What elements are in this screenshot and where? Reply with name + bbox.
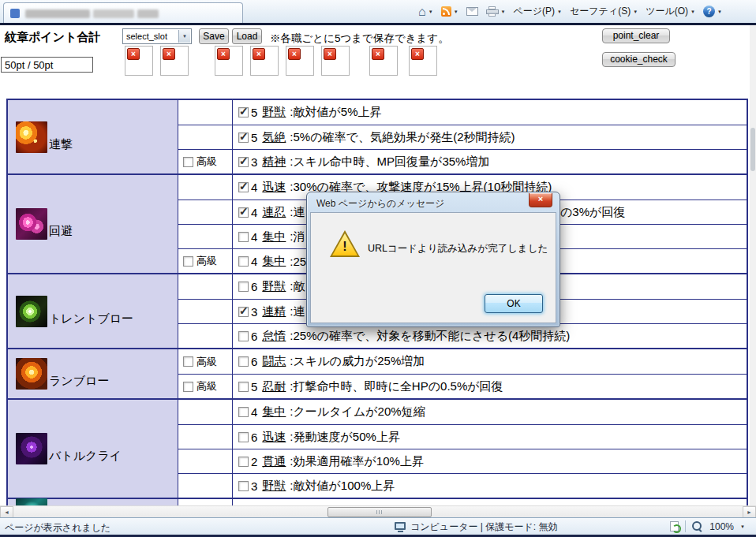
effect-checkbox[interactable]: ✓	[238, 207, 249, 218]
effect-checkbox[interactable]: ✓	[238, 256, 249, 267]
page-refresh-icon[interactable]	[670, 521, 679, 531]
effect-name-link[interactable]: 連忍	[262, 205, 286, 220]
delete-slot-4-button[interactable]: ×	[253, 48, 265, 60]
rss-icon	[441, 6, 451, 17]
effect-name-link[interactable]: 迅速	[262, 430, 286, 445]
effect-checkbox[interactable]: ✓	[238, 157, 249, 167]
effect-checkbox[interactable]: ✓	[238, 232, 249, 242]
effect-cell: ✓ 6 闘志 :スキルの威力が25%増加	[233, 349, 747, 374]
save-note: ※各職ごとに5つまで保存できます。	[270, 32, 449, 46]
skill-icon	[16, 433, 47, 464]
tools-menu[interactable]: ツール(O) ▼	[646, 5, 695, 18]
print-button[interactable]: ▼	[486, 6, 506, 17]
effect-checkbox[interactable]: ✓	[238, 107, 249, 117]
page-menu[interactable]: ページ(P) ▼	[514, 5, 563, 18]
effect-checkbox[interactable]: ✓	[238, 382, 249, 392]
effect-checkbox[interactable]: ✓	[238, 457, 249, 467]
premium-cell	[178, 324, 233, 348]
effect-desc: :25%の確率で、対象を移動不能にさせる(4秒間持続)	[290, 329, 570, 344]
effect-level: 4	[251, 181, 257, 194]
premium-cell: ✓ 高級	[178, 375, 233, 398]
effect-name-link[interactable]: 迅速	[262, 180, 286, 195]
scroll-left-button[interactable]: ◄	[0, 506, 13, 518]
skill-row-run-blow: ランブロー ✓ 高級 ✓ 6 闘志 :スキルの威力が25%増加	[8, 348, 747, 398]
effect-name-link[interactable]: 集中	[262, 254, 286, 269]
scroll-right-button[interactable]: ►	[743, 506, 756, 518]
effect-name-link[interactable]: 集中	[262, 405, 286, 420]
premium-cell	[178, 200, 233, 224]
load-button[interactable]: Load	[232, 28, 262, 44]
effect-checkbox[interactable]: ✓	[238, 407, 249, 417]
slot-select-value: select_slot	[126, 32, 167, 41]
home-button[interactable]: ⌂ ▼	[418, 6, 433, 18]
vertical-scrollbar[interactable]	[750, 25, 756, 505]
chevron-down-icon[interactable]: ▼	[740, 524, 745, 529]
premium-checkbox[interactable]: ✓	[183, 382, 193, 392]
rss-button[interactable]: ▼	[441, 6, 458, 17]
vertical-scrollbar-thumb[interactable]	[750, 128, 755, 171]
check-icon: ✓	[239, 205, 249, 218]
effect-level: 4	[251, 206, 257, 219]
effect-desc: :敵対値が5%上昇	[290, 105, 381, 120]
slot-select[interactable]: select_slot ▼	[122, 28, 192, 44]
skill-icon	[16, 208, 47, 240]
effect-row: ✓ 高級 ✓ 6 闘志 :スキルの威力が25%増加	[178, 349, 747, 374]
premium-cell	[178, 175, 233, 200]
effect-name-link[interactable]: 集中	[262, 229, 286, 244]
help-menu[interactable]: ? ▼	[703, 6, 722, 17]
point-clear-button[interactable]: point_clear	[602, 28, 670, 43]
dialog-close-button[interactable]: ×	[529, 193, 552, 207]
effect-checkbox[interactable]: ✓	[238, 356, 249, 367]
skill-name-cell: 回避	[8, 175, 178, 273]
effect-name-link[interactable]: 貫通	[262, 454, 286, 469]
effect-checkbox[interactable]: ✓	[238, 307, 249, 317]
premium-checkbox[interactable]: ✓	[183, 157, 193, 167]
save-slot-7: ×	[369, 46, 398, 76]
effect-name-link[interactable]: 野獣	[262, 105, 286, 120]
delete-slot-2-button[interactable]: ×	[163, 48, 175, 60]
effect-checkbox[interactable]: ✓	[238, 282, 249, 292]
read-mail-button[interactable]	[466, 7, 478, 16]
save-slot-6: ×	[321, 46, 350, 76]
page-title: 紋章ポイント合計	[5, 30, 100, 45]
skill-icon	[16, 296, 47, 327]
effect-checkbox[interactable]: ✓	[238, 182, 249, 192]
effect-checkbox[interactable]: ✓	[238, 132, 249, 143]
delete-slot-1-button[interactable]: ×	[127, 48, 140, 60]
horizontal-scrollbar[interactable]: ◄ ►	[0, 505, 756, 517]
effect-name-link[interactable]: 怠惰	[262, 329, 286, 344]
effect-name-link[interactable]: 闘志	[262, 354, 286, 369]
ok-button[interactable]: OK	[485, 294, 543, 313]
effect-name-link[interactable]: 気絶	[262, 130, 286, 145]
effect-checkbox[interactable]: ✓	[238, 432, 249, 442]
horizontal-scrollbar-thumb[interactable]	[327, 507, 432, 517]
check-icon: ✓	[239, 155, 249, 167]
effect-row: ✓ 5 野獣 :敵対値が5%上昇	[178, 100, 747, 125]
delete-slot-7-button[interactable]: ×	[372, 48, 384, 60]
cookie-check-button[interactable]: cookie_check	[602, 52, 676, 67]
effect-name-link[interactable]: 野獣	[262, 279, 286, 294]
effect-name-link[interactable]: 精神	[262, 155, 286, 170]
points-input[interactable]	[1, 57, 93, 73]
delete-slot-5-button[interactable]: ×	[288, 48, 301, 60]
effect-desc: :25	[290, 255, 306, 268]
check-icon: ✓	[239, 304, 249, 317]
effect-checkbox[interactable]: ✓	[238, 481, 249, 491]
effect-name-link[interactable]: 連精	[262, 304, 286, 319]
effect-checkbox[interactable]: ✓	[238, 331, 249, 341]
skill-name: 回避	[49, 224, 73, 239]
effect-cell: ✓ 6 怠惰 :25%の確率で、対象を移動不能にさせる(4秒間持続)	[233, 324, 747, 348]
effect-level: 3	[251, 305, 257, 319]
delete-slot-6-button[interactable]: ×	[324, 48, 336, 60]
effect-level: 6	[251, 280, 257, 293]
premium-checkbox[interactable]: ✓	[183, 356, 193, 367]
premium-checkbox[interactable]: ✓	[183, 256, 193, 267]
delete-slot-3-button[interactable]: ×	[217, 48, 230, 60]
safety-menu[interactable]: セーフティ(S) ▼	[570, 5, 638, 18]
browser-tab[interactable]	[3, 2, 243, 23]
effect-name-link[interactable]: 野獣	[262, 479, 286, 494]
delete-slot-8-button[interactable]: ×	[411, 48, 424, 60]
effect-name-link[interactable]: 忍耐	[262, 379, 286, 394]
save-button[interactable]: Save	[199, 28, 229, 44]
zoom-level[interactable]: 100%	[709, 521, 734, 532]
